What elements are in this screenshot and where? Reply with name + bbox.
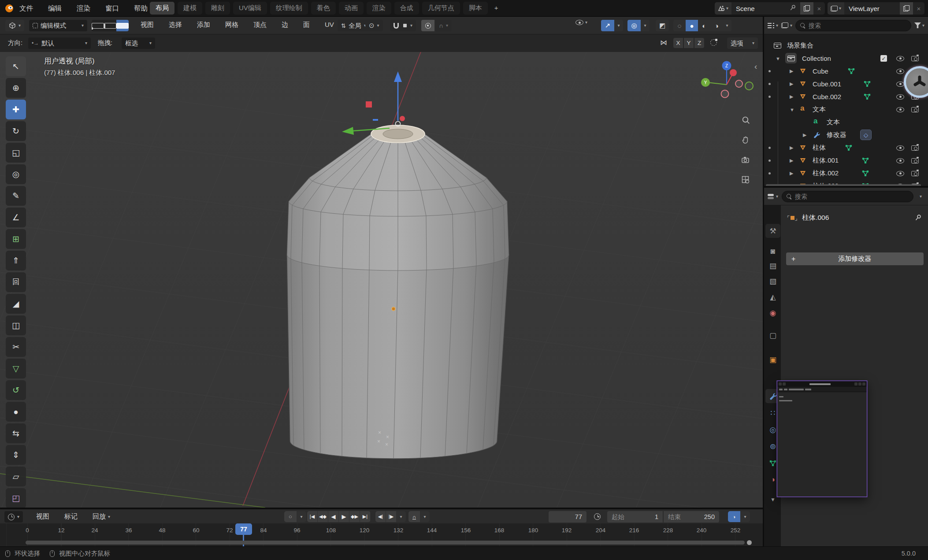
tool-box-select-button[interactable]: ↖ xyxy=(6,56,26,76)
viewlayer-name[interactable]: ViewLayer xyxy=(844,5,884,12)
unlink-scene-button[interactable]: × xyxy=(813,2,825,15)
eye-icon[interactable] xyxy=(896,69,904,74)
overlay-window-tabrow[interactable] xyxy=(777,387,867,392)
tool-transform-button[interactable]: ◎ xyxy=(6,164,26,184)
viewlayer-icon[interactable]: ▾ xyxy=(828,2,844,15)
camera-icon[interactable] xyxy=(911,107,919,112)
outliner-search-input[interactable] xyxy=(809,22,906,29)
viewport-3d[interactable]: ×××× 用户透视 (局部) (77) 柱体.006 | 柱体.007 ↖ ⊕ … xyxy=(0,52,763,509)
tab-world[interactable]: ◉ xyxy=(765,306,780,320)
camera-icon[interactable] xyxy=(911,145,919,151)
eye-icon[interactable] xyxy=(896,145,904,151)
camera-icon[interactable] xyxy=(911,158,919,163)
overlay-window-button[interactable] xyxy=(779,382,782,386)
transform-orientation-dropdown[interactable]: ⇅ 全局 ▾ xyxy=(338,20,370,31)
show-overlays-toggle[interactable]: ◎ xyxy=(627,20,641,31)
tool-rotate-button[interactable]: ↻ xyxy=(6,121,26,141)
previous-keyframe-button[interactable]: ◀◆ xyxy=(318,511,328,522)
tab-tool[interactable]: ⚒ xyxy=(765,224,780,238)
tool-shrink-fatten-button[interactable]: ⇕ xyxy=(6,445,26,465)
menu-render[interactable]: 渲染 xyxy=(75,4,92,13)
chevron-right-icon[interactable]: ▶ xyxy=(790,81,793,87)
copy-viewlayer-button[interactable] xyxy=(900,2,913,15)
outliner-search[interactable] xyxy=(795,20,911,31)
filter-dropdown[interactable]: ▾ xyxy=(914,22,924,28)
eye-icon[interactable] xyxy=(896,82,904,87)
tab-render[interactable]: ◙ xyxy=(765,245,780,259)
playhead[interactable]: 77 xyxy=(235,523,252,535)
tool-extrude-region-button[interactable]: ⇑ xyxy=(6,251,26,271)
tab-animation[interactable]: 动画 xyxy=(339,2,364,15)
proportional-falloff-dropdown[interactable]: ∩ ▾ xyxy=(435,20,452,31)
pan-hand-button[interactable] xyxy=(738,132,754,148)
tool-shear-button[interactable]: ▱ xyxy=(6,467,26,486)
add-modifier-button[interactable]: + 添加修改器 xyxy=(786,252,924,265)
mirror-icon[interactable]: ⋈ xyxy=(660,38,667,47)
shading-wireframe-button[interactable]: ◌ xyxy=(673,20,686,31)
tool-smooth-button[interactable]: ● xyxy=(6,402,26,422)
camera-icon[interactable] xyxy=(911,56,919,61)
timeline-scrollbar-knob[interactable] xyxy=(747,540,752,545)
menu-add[interactable]: 添加 xyxy=(195,21,212,29)
chevron-right-icon[interactable]: ▶ xyxy=(790,94,793,100)
keying-set-icon[interactable]: ∩ xyxy=(408,511,420,522)
nav-z-ball[interactable]: Z xyxy=(725,63,728,68)
tool-inset-faces-button[interactable]: 回 xyxy=(6,272,26,292)
nav-y-ball[interactable]: Y xyxy=(704,80,707,85)
add-workspace-button[interactable]: + xyxy=(491,2,502,15)
tree-row-cube001[interactable]: ▶ Cube.001 xyxy=(764,78,928,90)
outliner-properties-splitter[interactable] xyxy=(764,186,928,188)
menu-uv[interactable]: UV xyxy=(323,21,336,29)
floating-overlay-window[interactable] xyxy=(777,381,867,497)
next-frame-button[interactable]: |▶ xyxy=(386,511,396,522)
shading-material-button[interactable]: ◐ xyxy=(698,20,710,31)
eye-icon[interactable] xyxy=(896,94,904,100)
tree-row-cube002[interactable]: ▶ Cube.002 xyxy=(764,90,928,103)
jump-to-start-button[interactable]: |◀ xyxy=(307,511,317,522)
menu-view[interactable]: 视图 xyxy=(34,512,51,521)
zoom-button[interactable] xyxy=(738,112,754,128)
tab-output[interactable]: ▤ xyxy=(765,259,780,273)
pivot-point-dropdown[interactable]: ⊙ ▾ xyxy=(365,20,383,31)
breadcrumb-object-name[interactable]: 柱体.006 xyxy=(802,213,829,223)
editor-type-button[interactable]: ▾ xyxy=(768,22,778,28)
face-select-button[interactable] xyxy=(116,20,129,31)
tool-scale-button[interactable]: ◱ xyxy=(6,143,26,163)
edge-select-button[interactable] xyxy=(104,20,116,31)
overlays-dropdown[interactable]: ▾ xyxy=(641,20,650,31)
vertex-select-button[interactable] xyxy=(92,20,104,31)
tree-row-cylinder[interactable]: ▶ 柱体 xyxy=(764,141,928,154)
mirror-z-button[interactable]: Z xyxy=(694,38,704,48)
menu-help[interactable]: 帮助 xyxy=(132,4,149,13)
ortho-grid-button[interactable] xyxy=(738,172,754,188)
tool-poly-build-button[interactable]: ▽ xyxy=(6,359,26,378)
chevron-down-icon[interactable]: ▾ xyxy=(397,511,405,522)
eye-icon[interactable] xyxy=(896,56,904,61)
modifier-display-button[interactable]: ◇ xyxy=(860,130,872,140)
chevron-down-icon[interactable]: ▾ xyxy=(585,20,587,25)
play-reverse-button[interactable]: ◀ xyxy=(328,511,338,522)
tab-shading[interactable]: 着色 xyxy=(311,2,336,15)
tab-geometry-nodes[interactable]: 几何节点 xyxy=(422,2,460,15)
show-gizmo-toggle[interactable]: ↗ xyxy=(601,20,614,31)
direction-dropdown[interactable]: •→ 默认 ▾ xyxy=(28,37,91,49)
editor-type-button[interactable]: ▾ xyxy=(768,193,778,200)
mirror-x-button[interactable]: X xyxy=(673,38,683,48)
chevron-right-icon[interactable]: ▶ xyxy=(790,68,793,74)
menu-marker[interactable]: 标记 xyxy=(63,512,79,521)
drag-dropdown[interactable]: 框选 ▾ xyxy=(122,37,155,49)
copy-scene-button[interactable] xyxy=(800,2,813,15)
snap-base-icon[interactable] xyxy=(710,39,717,46)
chevron-right-icon[interactable]: ▶ xyxy=(790,145,793,151)
tool-loop-cut-button[interactable]: ◫ xyxy=(6,315,26,335)
chevron-right-icon[interactable]: ▶ xyxy=(790,158,793,163)
remove-viewlayer-button[interactable]: × xyxy=(913,2,924,15)
scene-name[interactable]: Scene xyxy=(731,5,759,12)
menu-vertex[interactable]: 顶点 xyxy=(252,21,268,29)
play-button[interactable]: ▶ xyxy=(339,511,349,522)
menu-face[interactable]: 面 xyxy=(301,21,312,29)
pin-icon[interactable] xyxy=(915,214,922,221)
eye-icon[interactable] xyxy=(896,107,904,112)
tool-rip-region-button[interactable]: ◰ xyxy=(6,488,26,508)
auto-keyframe-toggle[interactable]: ○ xyxy=(284,511,297,522)
